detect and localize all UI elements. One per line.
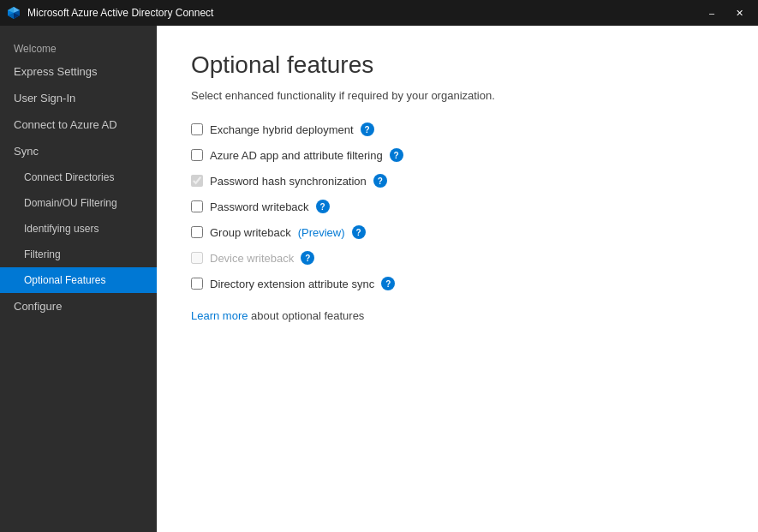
sidebar: Welcome Express SettingsUser Sign-InConn… [0,26,157,532]
sidebar-item-connect-directories[interactable]: Connect Directories [0,164,157,190]
window-controls: – ✕ [700,4,751,21]
checkbox-device-writeback [191,252,203,264]
help-icon-azure-ad-app[interactable]: ? [390,148,403,162]
sidebar-item-filtering[interactable]: Filtering [0,242,157,267]
feature-row-group-writeback: Group writeback(Preview)? [191,225,724,239]
learn-more-link[interactable]: Learn more [191,309,248,322]
sidebar-item-configure[interactable]: Configure [0,293,157,320]
help-icon-password-writeback[interactable]: ? [316,200,330,213]
sidebar-item-optional-features[interactable]: Optional Features [0,267,157,293]
feature-label-device-writeback: Device writeback [210,252,294,265]
feature-label-password-hash-sync: Password hash synchronization [210,175,367,188]
checkbox-directory-extension[interactable] [191,278,203,290]
checkbox-password-hash-sync [191,175,203,187]
sidebar-item-identifying-users[interactable]: Identifying users [0,216,157,242]
page-subtitle: Select enhanced functionality if require… [191,89,724,102]
page-title: Optional features [191,51,724,79]
sidebar-nav: Express SettingsUser Sign-InConnect to A… [0,58,157,320]
feature-label-exchange-hybrid: Exchange hybrid deployment [210,123,354,136]
close-button[interactable]: ✕ [727,4,751,21]
content-area: Optional features Select enhanced functi… [157,26,758,532]
title-bar: Microsoft Azure Active Directory Connect… [0,0,758,26]
preview-badge-group-writeback: (Preview) [298,226,345,239]
help-icon-group-writeback[interactable]: ? [352,225,366,239]
sidebar-item-domain-ou-filtering[interactable]: Domain/OU Filtering [0,190,157,216]
help-icon-device-writeback[interactable]: ? [301,251,314,265]
help-icon-exchange-hybrid[interactable]: ? [361,123,374,136]
sidebar-welcome-label: Welcome [0,34,157,58]
checkbox-azure-ad-app[interactable] [191,149,203,161]
sidebar-item-user-sign-in[interactable]: User Sign-In [0,85,157,111]
feature-row-azure-ad-app: Azure AD app and attribute filtering? [191,148,724,162]
features-list: Exchange hybrid deployment?Azure AD app … [191,123,724,302]
help-icon-directory-extension[interactable]: ? [381,277,395,290]
help-icon-password-hash-sync[interactable]: ? [373,174,387,188]
feature-label-password-writeback: Password writeback [210,200,309,213]
minimize-button[interactable]: – [700,4,724,21]
azure-ad-icon [7,6,21,20]
feature-label-azure-ad-app: Azure AD app and attribute filtering [210,149,383,162]
sidebar-item-connect-azure-ad[interactable]: Connect to Azure AD [0,111,157,138]
learn-more-suffix: about optional features [248,309,364,322]
main-window: Welcome Express SettingsUser Sign-InConn… [0,26,758,532]
sidebar-item-express-settings[interactable]: Express Settings [0,58,157,85]
feature-row-password-writeback: Password writeback? [191,200,724,213]
learn-more-row: Learn more about optional features [191,309,724,322]
checkbox-password-writeback[interactable] [191,200,203,212]
checkbox-group-writeback[interactable] [191,226,203,238]
feature-row-password-hash-sync: Password hash synchronization? [191,174,724,188]
feature-row-device-writeback: Device writeback? [191,251,724,265]
feature-row-exchange-hybrid: Exchange hybrid deployment? [191,123,724,136]
window-title: Microsoft Azure Active Directory Connect [27,7,700,19]
sidebar-item-sync[interactable]: Sync [0,138,157,164]
feature-label-directory-extension: Directory extension attribute sync [210,278,374,290]
feature-row-directory-extension: Directory extension attribute sync? [191,277,724,290]
feature-label-group-writeback: Group writeback [210,226,291,239]
checkbox-exchange-hybrid[interactable] [191,123,203,135]
